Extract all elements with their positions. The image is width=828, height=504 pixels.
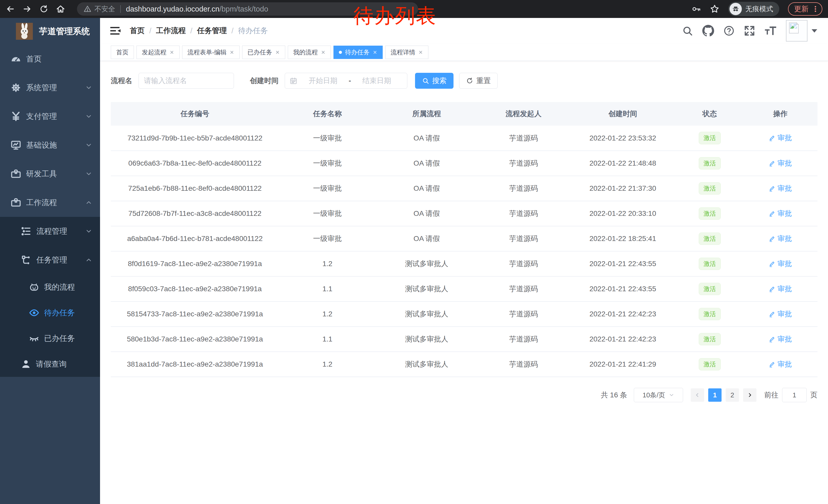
- tab-close-icon[interactable]: [321, 50, 326, 55]
- search-button[interactable]: 搜索: [415, 73, 454, 89]
- sidebar-item-done-task[interactable]: 已办任务: [0, 326, 100, 351]
- breadcrumb-separator: /: [232, 27, 234, 35]
- sidebar-collapse-icon[interactable]: [110, 27, 121, 35]
- header-starter: 流程发起人: [478, 102, 570, 126]
- prev-page-button[interactable]: [691, 388, 704, 402]
- security-label[interactable]: 不安全: [94, 4, 115, 13]
- gear-icon: [10, 82, 22, 93]
- tab-close-icon[interactable]: [418, 50, 423, 55]
- app-logo-row[interactable]: 芋道管理系统: [0, 18, 100, 45]
- avatar-caret-icon[interactable]: [812, 29, 817, 33]
- sidebar-item-home[interactable]: 首页: [0, 45, 100, 73]
- tab-4[interactable]: 我的流程: [288, 46, 331, 59]
- approve-link[interactable]: 审批: [769, 209, 792, 218]
- active-tab-dot-icon: [339, 51, 342, 54]
- end-date-placeholder[interactable]: 结束日期: [351, 76, 403, 86]
- github-icon[interactable]: [702, 25, 714, 37]
- user-avatar-menu[interactable]: [786, 20, 817, 42]
- sidebar-item-process-management[interactable]: 流程管理: [0, 217, 100, 245]
- breadcrumb-separator: /: [190, 27, 192, 35]
- page-url[interactable]: dashboard.yudao.iocoder.cn/bpm/task/todo: [126, 5, 268, 13]
- approve-link[interactable]: 审批: [769, 184, 792, 193]
- approve-link[interactable]: 审批: [769, 309, 792, 319]
- tab-close-icon[interactable]: [373, 50, 377, 55]
- sidebar-item-leave-query[interactable]: 请假查询: [0, 351, 100, 377]
- cell-create-time: 2022-01-22 21:48:48: [570, 151, 676, 176]
- approve-link[interactable]: 审批: [769, 234, 792, 243]
- next-page-button[interactable]: [743, 388, 756, 402]
- process-name-input[interactable]: [138, 73, 234, 89]
- tab-0[interactable]: 首页: [111, 46, 134, 59]
- date-range-picker[interactable]: 开始日期 - 结束日期: [285, 73, 407, 89]
- sidebar-item-workflow[interactable]: 工作流程: [0, 188, 100, 217]
- sidebar-item-my-process[interactable]: 我的流程: [0, 274, 100, 300]
- table-row: 73211d9d-7b9b-11ec-b5b7-acde48001122一级审批…: [111, 126, 818, 151]
- approve-link[interactable]: 审批: [769, 259, 792, 269]
- approve-link[interactable]: 审批: [769, 158, 792, 168]
- cell-create-time: 2022-01-22 18:25:41: [570, 226, 676, 251]
- tab-5[interactable]: 待办任务: [333, 46, 383, 59]
- approve-link[interactable]: 审批: [769, 284, 792, 294]
- bookmark-star-icon[interactable]: [710, 4, 719, 14]
- status-badge: 激活: [699, 258, 721, 270]
- approve-link[interactable]: 审批: [769, 334, 792, 344]
- tab-close-icon[interactable]: [230, 50, 234, 55]
- status-badge: 激活: [699, 308, 721, 320]
- page-size-select[interactable]: 10条/页: [634, 388, 683, 402]
- cell-actions: 审批: [743, 201, 818, 226]
- robot-face-icon: [29, 282, 40, 292]
- edit-pencil-icon: [769, 311, 776, 317]
- avatar[interactable]: [786, 20, 808, 42]
- tab-6[interactable]: 流程详情: [385, 46, 428, 59]
- sidebar-item-devtools[interactable]: 研发工具: [0, 159, 100, 188]
- search-icon[interactable]: [682, 25, 693, 36]
- sidebar-item-task-management[interactable]: 任务管理: [0, 245, 100, 274]
- breadcrumb-task-management[interactable]: 任务管理: [197, 26, 227, 36]
- tags-bar: 首页发起流程流程表单-编辑已办任务我的流程待办任务流程详情: [100, 44, 828, 61]
- cell-starter: 芋道源码: [478, 126, 570, 151]
- fullscreen-icon[interactable]: [744, 25, 755, 36]
- org-tree-icon: [20, 254, 32, 266]
- cell-task-name: 1.2: [279, 251, 376, 276]
- back-icon[interactable]: [6, 4, 15, 13]
- home-icon[interactable]: [56, 4, 65, 13]
- table-row: 381aa1dd-7ac8-11ec-a9e2-a2380e71991a1.2测…: [111, 352, 818, 377]
- cell-actions: 审批: [743, 251, 818, 276]
- start-date-placeholder[interactable]: 开始日期: [297, 76, 348, 86]
- breadcrumb-workflow[interactable]: 工作流程: [156, 26, 186, 36]
- sidebar-item-todo-task[interactable]: 待办任务: [0, 300, 100, 326]
- approve-link[interactable]: 审批: [769, 359, 792, 369]
- font-size-icon[interactable]: [764, 25, 777, 36]
- help-icon[interactable]: [723, 25, 735, 36]
- cell-process: OA 请假: [376, 201, 478, 226]
- page-button-2[interactable]: 2: [726, 388, 739, 402]
- search-form: 流程名 创建时间 开始日期 - 结束日期 搜索 重置: [111, 73, 818, 89]
- breadcrumb-home[interactable]: 首页: [130, 26, 145, 36]
- reload-icon[interactable]: [40, 5, 48, 13]
- search-icon: [422, 77, 429, 84]
- browser-menu-kebab-icon[interactable]: [812, 5, 819, 13]
- goto-page-input[interactable]: [782, 388, 807, 402]
- sidebar-item-infrastructure[interactable]: 基础设施: [0, 131, 100, 159]
- cell-starter: 芋道源码: [478, 151, 570, 176]
- page-button-1[interactable]: 1: [708, 388, 721, 402]
- header-actions: 操作: [743, 102, 818, 126]
- chevron-down-icon: [669, 392, 674, 398]
- table-row: 580e1b3d-7ac8-11ec-a9e2-a2380e71991a1.1测…: [111, 327, 818, 352]
- cell-task-id: 8f0d1619-7ac8-11ec-a9e2-a2380e71991a: [111, 251, 279, 276]
- tab-2[interactable]: 流程表单-编辑: [182, 46, 240, 59]
- sidebar-item-system[interactable]: 系统管理: [0, 73, 100, 102]
- tab-close-icon[interactable]: [275, 50, 280, 55]
- password-key-icon[interactable]: [691, 4, 701, 14]
- forward-icon[interactable]: [23, 4, 32, 13]
- tab-3[interactable]: 已办任务: [242, 46, 285, 59]
- sidebar-item-payment[interactable]: 支付管理: [0, 102, 100, 131]
- cell-actions: 审批: [743, 352, 818, 377]
- update-button[interactable]: 更新: [788, 2, 822, 16]
- tab-1[interactable]: 发起流程: [136, 46, 179, 59]
- tab-label: 流程详情: [391, 48, 415, 56]
- status-badge: 激活: [699, 182, 721, 195]
- approve-link[interactable]: 审批: [769, 133, 792, 143]
- reset-button[interactable]: 重置: [459, 73, 498, 89]
- tab-close-icon[interactable]: [170, 50, 174, 55]
